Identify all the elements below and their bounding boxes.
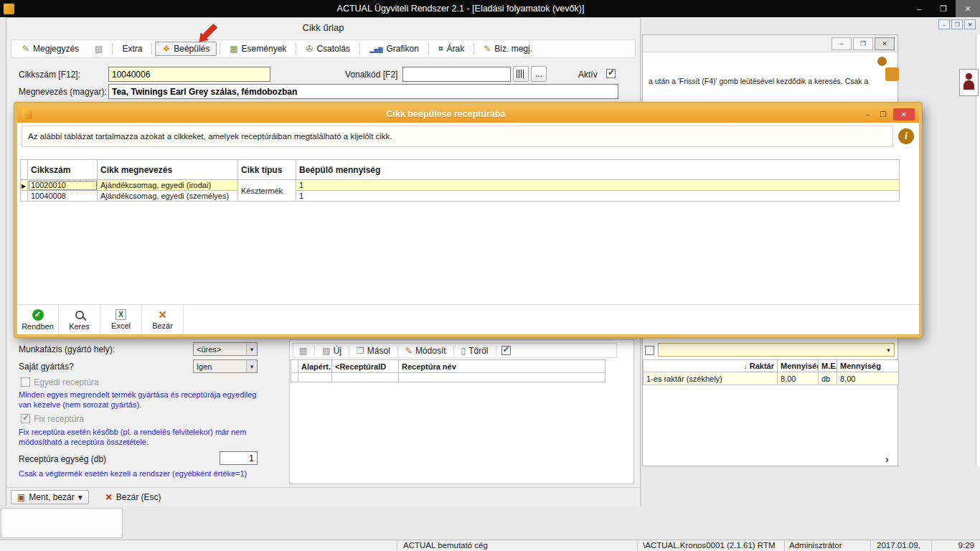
receptura-header-alapert[interactable]: Alapért. — [298, 360, 332, 373]
esemenyek-button[interactable]: Események — [223, 42, 293, 55]
vonalkod-label: Vonalkód [F2] — [345, 70, 397, 80]
stock-header-mennyiseg2[interactable]: Mennyiség — [837, 360, 899, 372]
cikk-urlap-toolbar: Megjegyzés Extra Beépülés Események Csat… — [11, 39, 636, 58]
dialog-close-button[interactable] — [893, 108, 915, 121]
scroll-right-icon[interactable] — [885, 453, 889, 465]
header-cikk-tipus[interactable]: Cikk típus — [238, 160, 296, 180]
fix-receptura-label: Fix receptúra — [34, 414, 84, 424]
list-icon — [230, 44, 237, 54]
dialog-titlebar[interactable]: Cikk beépülése receptúrába — [17, 105, 919, 123]
search-maximize-button[interactable] — [853, 37, 873, 50]
chevron-down-icon — [78, 492, 83, 502]
more-options-button[interactable]: ... — [531, 66, 547, 82]
cell-mennyiseg[interactable]: 1 — [296, 180, 900, 191]
receptura-filter-checkbox[interactable] — [501, 346, 511, 355]
receptura-header-id[interactable]: <ReceptúraID — [332, 360, 399, 373]
extra-button[interactable]: Extra — [116, 42, 149, 55]
vonalkod-input[interactable] — [402, 67, 511, 82]
receptura-panel: Új Másol Módosít Töröl Alapért. <Receptú… — [289, 339, 634, 484]
row-arrow-icon — [22, 181, 26, 189]
header-beepulo-mennyiseg[interactable]: Beépülő mennyiség — [296, 160, 900, 180]
receptura-list-button[interactable] — [297, 346, 309, 356]
aktiv-checkbox[interactable] — [606, 69, 616, 78]
cikkszam-label: Cikkszám [F12]: — [19, 70, 80, 80]
person-icon[interactable] — [959, 69, 979, 96]
egyedi-receptura-checkbox[interactable] — [21, 377, 30, 387]
table-row[interactable]: 10040008 Ajándékcsomag, egyedi (személye… — [21, 191, 900, 202]
cell-cikkszam[interactable]: 10020010 — [28, 180, 98, 191]
delete-icon — [461, 346, 466, 356]
egyedi-receptura-label: Egyedi receptúra — [34, 377, 99, 387]
search-minimize-button[interactable] — [831, 37, 852, 50]
cell-tipus-merged[interactable]: Késztermék — [238, 180, 296, 202]
arak-button[interactable]: Árak — [432, 42, 471, 55]
fix-receptura-checkbox[interactable] — [21, 414, 30, 423]
row-selector-cell[interactable] — [21, 191, 28, 202]
stock-header-mennyiseg1[interactable]: Mennyiség — [778, 360, 819, 372]
chart-icon — [369, 44, 382, 54]
cell-cikkszam[interactable]: 10040008 — [28, 191, 98, 202]
card-button[interactable] — [88, 42, 109, 55]
receptura-egyseg-note: Csak a végtermék esetén kezeli a rendsze… — [19, 468, 277, 479]
cikkszam-input[interactable] — [108, 67, 270, 82]
app-maximize-button[interactable] — [931, 0, 956, 17]
chevron-down-icon[interactable] — [246, 360, 257, 372]
cell-mennyiseg[interactable]: 1 — [296, 191, 900, 202]
fix-receptura-note: Fix receptúra esetén később (pl. a rende… — [19, 427, 268, 447]
dialog-logo-icon — [22, 109, 32, 119]
mdi-close-button[interactable] — [964, 19, 976, 29]
document-icon — [299, 346, 307, 356]
cell-megnevezes[interactable]: Ajándékcsomag, egyedi (személyes) — [98, 191, 238, 202]
sajat-gyartas-combobox[interactable]: Igen — [193, 359, 258, 373]
barcode-icon — [517, 70, 525, 78]
info-icon: i — [898, 128, 914, 144]
search-close-button[interactable] — [875, 37, 895, 50]
excel-button[interactable]: XExcel — [100, 305, 142, 334]
dialog-title: Cikk beépülése receptúrába — [32, 109, 859, 119]
receptura-edit-button[interactable]: Módosít — [403, 346, 448, 356]
dialog-minimize-button[interactable] — [859, 108, 875, 121]
munkafazis-combobox[interactable]: <üres> — [193, 342, 258, 356]
cell-megnevezes[interactable]: Ajándékcsomag, egyedi (irodai) — [98, 180, 238, 191]
aktiv-label: Aktív — [578, 70, 598, 80]
chevron-down-icon[interactable] — [883, 344, 894, 356]
dialog-maximize-button[interactable] — [875, 108, 891, 121]
header-cikk-megnevezes[interactable]: Cikk megnevezés — [98, 160, 238, 180]
person-body-shape — [963, 80, 974, 90]
row-selector-cell[interactable] — [21, 180, 28, 191]
keres-button[interactable]: Keres — [59, 305, 100, 334]
receptura-egyseg-input[interactable] — [220, 451, 258, 465]
filter-checkbox[interactable] — [645, 346, 654, 355]
megnevezes-input[interactable] — [108, 84, 618, 99]
app-minimize-button[interactable] — [907, 0, 931, 17]
receptura-header-nev[interactable]: Receptúra név — [399, 360, 606, 373]
mdi-restore-button[interactable] — [951, 19, 963, 29]
receptura-new-button[interactable]: Új — [320, 346, 344, 356]
status-time: 9:29 — [946, 541, 974, 550]
header-cikkszam[interactable]: Cikkszám — [28, 160, 98, 180]
stock-header-me[interactable]: M.E. — [819, 360, 837, 372]
biz-megj-button[interactable]: Biz. megj. — [477, 42, 539, 55]
receptura-empty-row[interactable] — [291, 373, 606, 382]
megjegyzes-button[interactable]: Megjegyzés — [16, 42, 85, 55]
filter-combobox[interactable] — [658, 343, 895, 357]
stock-table-row[interactable]: 1-es raktár (székhely) 8,00 db 8,00 — [644, 372, 899, 385]
dialog-info-text: Az alábbi táblázat tartalmazza azokat a … — [22, 126, 893, 147]
grafikon-button[interactable]: Grafikon — [363, 42, 425, 55]
card-icon — [95, 44, 103, 54]
munkafazis-label: Munkafázis (gyártó hely): — [19, 344, 115, 354]
pencil-icon — [484, 44, 491, 54]
chevron-down-icon[interactable] — [246, 343, 257, 355]
barcode-button[interactable] — [513, 66, 529, 82]
app-close-button[interactable] — [956, 0, 980, 17]
csatolas-button[interactable]: Csatolás — [299, 42, 357, 55]
stock-header-raktar[interactable]: Raktár — [644, 360, 778, 372]
rendben-button[interactable]: ✓Rendben — [17, 305, 59, 334]
ment-bezar-button[interactable]: Ment, bezár — [11, 490, 89, 504]
receptura-delete-button[interactable]: Töröl — [459, 346, 491, 356]
bezar-dialog-button[interactable]: ✕Bezár — [142, 305, 184, 334]
receptura-copy-button[interactable]: Másol — [354, 346, 392, 356]
bezar-button[interactable]: Bezár (Esc) — [99, 490, 168, 504]
mdi-minimize-button[interactable] — [938, 19, 950, 29]
table-row[interactable]: 10020010 Ajándékcsomag, egyedi (irodai) … — [21, 180, 900, 191]
